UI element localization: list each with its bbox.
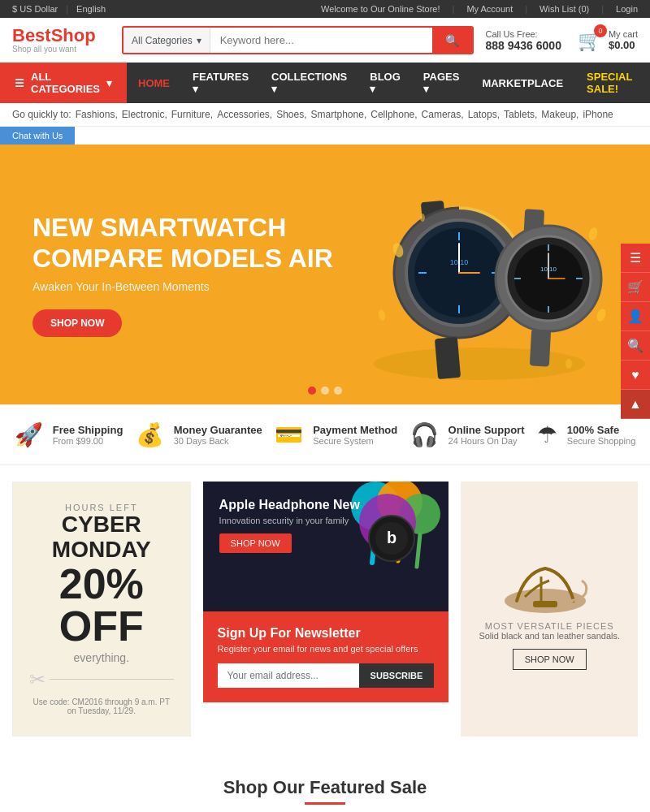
cyber-title: CYBERMONDAY — [29, 512, 174, 563]
feature-free-shipping: 🚀 Free Shipping From $99.00 — [15, 421, 124, 448]
nav-pages[interactable]: PAGES ▾ — [412, 63, 471, 103]
promo-section: HOURS LEFT CYBERMONDAY 20% OFF everythin… — [0, 465, 650, 753]
sidebar-search-icon[interactable]: 🔍 — [621, 331, 650, 361]
headphone-title: Apple Headphone New — [219, 498, 433, 512]
feature-money-guarantee: 💰 Money Guarantee 30 Days Back — [136, 421, 262, 448]
feature-support: 🎧 Online Support 24 Hours On Day — [410, 421, 525, 448]
search-bar: All Categories ▾ 🔍 — [122, 26, 474, 54]
cart-area[interactable]: 🛒 0 My cart $0.00 — [578, 29, 638, 52]
feature-sub-3: Secure System — [313, 436, 397, 446]
headphone-icon: 🎧 — [410, 421, 439, 448]
quick-link-makeup[interactable]: Makeup, — [541, 109, 578, 120]
feature-title-2: Money Guarantee — [174, 424, 262, 436]
scissors-icon: ✂ — [29, 668, 46, 691]
feature-sub-2: 30 Days Back — [174, 436, 262, 446]
svg-point-30 — [566, 359, 572, 369]
nav-home[interactable]: HOME — [127, 69, 181, 97]
newsletter-subscribe-button[interactable]: SUBSCRIBE — [359, 663, 435, 688]
sandals-sub: Solid black and tan leather sandals. — [479, 631, 620, 641]
svg-rect-24 — [530, 329, 551, 366]
search-button[interactable]: 🔍 — [432, 28, 472, 53]
header-right: Call Us Free: 888 9436 6000 🛒 0 My cart … — [486, 29, 639, 52]
nav-blog[interactable]: BLOG ▾ — [358, 63, 412, 103]
logo-sub: Shop all you want — [12, 45, 110, 54]
features-strip: 🚀 Free Shipping From $99.00 💰 Money Guar… — [0, 404, 650, 465]
quick-link-iphone[interactable]: iPhone — [583, 109, 613, 120]
promo-headphone-banner: Apple Headphone New Innovation security … — [203, 482, 449, 611]
quick-link-cellphone[interactable]: Cellphone, — [370, 109, 417, 120]
cyber-everything: everything. — [29, 651, 174, 664]
sidebar-cart-icon[interactable]: 🛒 — [621, 273, 650, 302]
quick-link-fashions[interactable]: Fashions, — [76, 109, 118, 120]
quick-link-cameras[interactable]: Cameras, — [422, 109, 464, 120]
promo-newsletter: Sign Up For Newsletter Register your ema… — [203, 611, 449, 702]
svg-point-28 — [596, 308, 608, 322]
dot-2[interactable] — [321, 387, 329, 395]
nav-links: HOME FEATURES ▾ COLLECTIONS ▾ BLOG ▾ PAG… — [127, 63, 574, 103]
feature-safe: ☂ 100% Safe Secure Shopping — [537, 421, 635, 448]
feature-payment: 💳 Payment Method Secure System — [275, 421, 397, 448]
quick-link-smartphone[interactable]: Smartphone, — [311, 109, 367, 120]
svg-point-27 — [378, 309, 386, 321]
svg-point-0 — [374, 348, 585, 380]
newsletter-email-input[interactable] — [218, 663, 359, 688]
cyber-code: Use code: CM2016 through 9 a.m. PT on Tu… — [29, 698, 174, 715]
sidebar-up-icon[interactable]: ▲ — [621, 390, 650, 419]
sidebar-heart-icon[interactable]: ♥ — [621, 361, 650, 390]
newsletter-form: SUBSCRIBE — [218, 663, 435, 688]
dot-3[interactable] — [334, 387, 342, 395]
nav-collections[interactable]: COLLECTIONS ▾ — [260, 63, 358, 103]
quick-link-tablets[interactable]: Tablets, — [504, 109, 537, 120]
chat-bar[interactable]: Chat with Us — [0, 127, 75, 145]
my-account-link[interactable]: My Account — [466, 4, 513, 14]
top-bar-left: $ US Dollar | English — [12, 4, 106, 14]
hero-shop-now-button[interactable]: SHOP NOW — [32, 309, 122, 337]
feature-sub-5: Secure Shopping — [567, 436, 635, 446]
headphone-shop-button[interactable]: SHOP NOW — [219, 533, 292, 553]
search-input[interactable] — [210, 28, 432, 53]
sandals-shop-button[interactable]: SHOP NOW — [513, 649, 587, 670]
quick-link-latops[interactable]: Latops, — [468, 109, 500, 120]
top-bar-right: Welcome to Our Online Store! | My Accoun… — [321, 4, 638, 14]
sandal-image — [492, 548, 606, 621]
hero-content: NEW SMARTWATCH COMPARE MODELS AIR Awaken… — [0, 188, 366, 362]
quick-link-accessories[interactable]: Accessories, — [217, 109, 272, 120]
special-sale-label[interactable]: SPECIAL SALE! — [574, 63, 650, 103]
quick-link-shoes[interactable]: Shoes, — [276, 109, 306, 120]
quick-links: Go quickly to: Fashions, Electronic, Fur… — [0, 103, 650, 127]
login-link[interactable]: Login — [616, 4, 638, 14]
nav-marketplace[interactable]: MARKETPLACE — [470, 69, 574, 97]
svg-rect-40 — [533, 601, 557, 607]
currency-selector[interactable]: $ US Dollar — [12, 4, 58, 14]
sidebar-menu-icon[interactable]: ☰ — [621, 244, 650, 273]
promo-middle: Apple Headphone New Innovation security … — [203, 482, 449, 736]
all-categories-button[interactable]: ☰ ALL CATEGORIES ▾ — [0, 63, 127, 103]
money-icon: 💰 — [136, 421, 164, 448]
welcome-text: Welcome to Our Online Store! — [321, 4, 440, 14]
quick-link-furniture[interactable]: Furniture, — [171, 109, 213, 120]
nav-features[interactable]: FEATURES ▾ — [181, 63, 260, 103]
cart-info: My cart $0.00 — [609, 29, 638, 51]
sidebar-user-icon[interactable]: 👤 — [621, 302, 650, 331]
payment-icon: 💳 — [275, 421, 303, 448]
chevron-down-icon: ▾ — [106, 77, 112, 89]
top-bar: $ US Dollar | English Welcome to Our Onl… — [0, 0, 650, 18]
call-us: Call Us Free: 888 9436 6000 — [486, 29, 561, 52]
header: BestShop Shop all you want All Categorie… — [0, 18, 650, 63]
chat-bar-wrapper: Chat with Us — [0, 127, 650, 145]
featured-section-title: Shop Our Featured Sale — [12, 777, 638, 798]
language-selector[interactable]: English — [76, 4, 106, 14]
right-sidebar: ☰ 🛒 👤 🔍 ♥ ▲ — [621, 244, 650, 419]
newsletter-title: Sign Up For Newsletter — [218, 626, 435, 641]
cyber-discount: 20% — [29, 563, 174, 605]
umbrella-icon: ☂ — [537, 421, 557, 448]
quick-link-electronic[interactable]: Electronic, — [122, 109, 167, 120]
logo[interactable]: BestShop Shop all you want — [12, 27, 110, 54]
wishlist-link[interactable]: Wish List (0) — [540, 4, 589, 14]
feature-title-3: Payment Method — [313, 424, 397, 436]
search-category-dropdown[interactable]: All Categories ▾ — [124, 28, 210, 53]
featured-section: Shop Our Featured Sale Sed do eiusmod te… — [0, 753, 650, 812]
hero-dots — [308, 387, 342, 395]
dot-1[interactable] — [308, 387, 316, 395]
svg-rect-12 — [435, 337, 461, 379]
